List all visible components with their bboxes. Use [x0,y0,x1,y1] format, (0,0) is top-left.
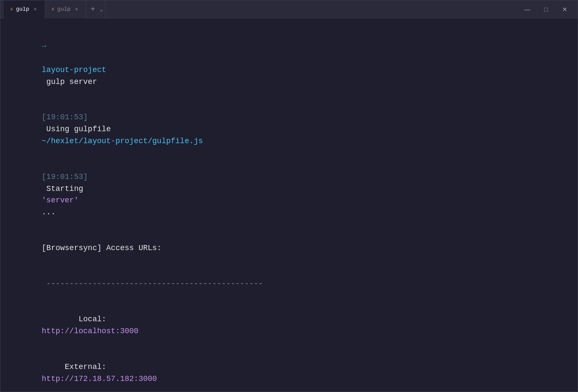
titlebar: ⚡ gulp ✕ ⚡ gulp ✕ + ⌄ — □ ✕ [0,0,578,18]
line-external: External: http://172.18.57.182:3000 [14,349,564,392]
cwd-label: layout-project [42,66,106,74]
external-url: http://172.18.57.182:3000 [42,375,157,383]
line-command: → layout-project gulp server [14,29,564,100]
tab-divider [105,0,105,18]
line-using-gulpfile: [19:01:53] Using gulpfile ~/hexlet/layou… [14,100,564,159]
line-local: Local: http://localhost:3000 [14,302,564,349]
maximize-button[interactable]: □ [540,3,552,15]
tab-2-icon: ⚡ [51,6,55,13]
terminal-body[interactable]: → layout-project gulp server [19:01:53] … [0,18,578,392]
window-controls: — □ ✕ [521,3,574,15]
tab-1[interactable]: ⚡ gulp ✕ [4,0,45,18]
arrow-icon: → [42,42,46,50]
tab-2[interactable]: ⚡ gulp ✕ [45,0,87,18]
minimize-button[interactable]: — [521,3,533,15]
tab-2-label: gulp [57,6,70,12]
local-url: http://localhost:3000 [42,327,139,335]
line-starting-server: [19:01:53] Starting 'server' ... [14,159,564,231]
tab-chevron[interactable]: ⌄ [99,0,103,18]
gulpfile-path: ~/hexlet/layout-project/gulpfile.js [42,137,203,145]
line-browsersync-access: [Browsersync] Access URLs: [14,231,564,266]
add-tab-button[interactable]: + [86,0,99,18]
tab-2-close[interactable]: ✕ [73,6,80,13]
terminal-window: ⚡ gulp ✕ ⚡ gulp ✕ + ⌄ — □ ✕ → [0,0,578,392]
close-button[interactable]: ✕ [559,3,571,15]
tab-1-icon: ⚡ [10,6,13,13]
line-sep-1: ----------------------------------------… [14,266,564,302]
tab-1-label: gulp [16,6,29,12]
tabs-area: ⚡ gulp ✕ ⚡ gulp ✕ + ⌄ [4,0,521,18]
tab-1-close[interactable]: ✕ [32,6,39,13]
